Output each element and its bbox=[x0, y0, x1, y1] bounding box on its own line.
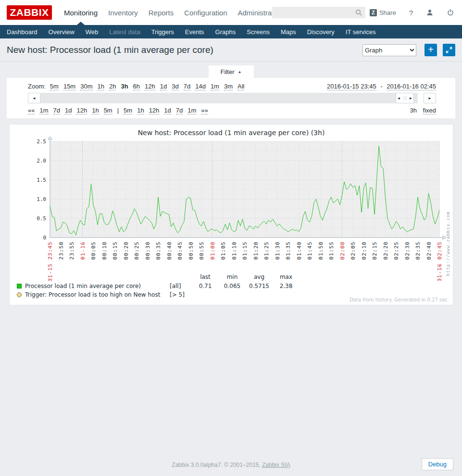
scroll-left-button[interactable]: ◄ bbox=[28, 93, 40, 103]
time-nav-link-step-back[interactable]: «« bbox=[28, 107, 35, 114]
zoom-link-14d[interactable]: 14d bbox=[195, 83, 206, 90]
subnav-item-discovery[interactable]: Discovery bbox=[307, 28, 335, 36]
scrollbar-track[interactable]: ◄ ► bbox=[40, 93, 418, 103]
legend-item-value bbox=[246, 290, 273, 299]
nav-item-monitoring[interactable]: Monitoring bbox=[64, 9, 98, 17]
subnav-item-graphs[interactable]: Graphs bbox=[215, 28, 236, 36]
search-input[interactable] bbox=[272, 7, 365, 18]
zoom-link-3m[interactable]: 3m bbox=[224, 83, 233, 90]
time-nav-link-1h[interactable]: 1h bbox=[137, 107, 144, 114]
time-nav-link-1h[interactable]: 1h bbox=[92, 107, 99, 114]
collapse-arrow-icon: ▲ bbox=[237, 70, 241, 74]
legend-item-scope: [> 5] bbox=[170, 290, 192, 299]
x-tick-label: 00:50 bbox=[188, 241, 194, 260]
legend-col-last: last bbox=[192, 274, 219, 282]
user-profile-icon[interactable] bbox=[426, 9, 434, 16]
filter-panel: Zoom: 5m15m30m1h2h3h6h12h1d3d7d14d1m3mAl… bbox=[7, 78, 455, 118]
subnav-item-dashboard[interactable]: Dashboard bbox=[7, 28, 37, 36]
fixed-toggle-link[interactable]: fixed bbox=[423, 107, 436, 114]
x-tick-label: 02:35 bbox=[415, 241, 421, 260]
zoom-link-3d[interactable]: 3d bbox=[172, 83, 178, 90]
x-tick-label: 02:40 bbox=[426, 241, 432, 260]
filter-tab[interactable]: Filter ▲ bbox=[209, 65, 254, 78]
x-tick-label: 01:10 bbox=[231, 241, 237, 260]
subnav-item-triggers[interactable]: Triggers bbox=[151, 28, 174, 36]
x-tick-label: 00:45 bbox=[177, 241, 183, 260]
time-nav-link-5m[interactable]: 5m bbox=[124, 107, 132, 114]
scroll-right-button[interactable]: ► bbox=[424, 93, 436, 103]
subnav-item-events[interactable]: Events bbox=[185, 28, 204, 36]
time-nav-link-1d[interactable]: 1d bbox=[164, 107, 171, 114]
view-select[interactable]: Graph bbox=[362, 44, 416, 56]
time-nav-link-12h[interactable]: 12h bbox=[76, 107, 87, 114]
add-graph-button[interactable]: + bbox=[425, 44, 437, 56]
legend-item-label: Processor load (1 min average per core) bbox=[17, 282, 170, 290]
zoom-link-5m[interactable]: 5m bbox=[50, 83, 59, 90]
share-link[interactable]: Z Share bbox=[370, 9, 396, 16]
legend-col-max: max bbox=[273, 274, 300, 282]
date-separator: - bbox=[380, 83, 382, 90]
debug-button[interactable]: Debug bbox=[422, 458, 453, 470]
help-icon[interactable]: ? bbox=[409, 9, 413, 17]
subnav-item-web[interactable]: Web bbox=[86, 28, 99, 36]
time-nav-link-step-forward[interactable]: »» bbox=[201, 107, 208, 114]
graph-canvas[interactable]: 00.51.01.52.02.501-15 23:4523:5023:5501-… bbox=[10, 137, 453, 281]
legend-item-value: 0.5715 bbox=[246, 282, 273, 290]
time-nav-link-12h[interactable]: 12h bbox=[149, 107, 160, 114]
logout-power-icon[interactable] bbox=[447, 9, 454, 16]
zoom-link-1d[interactable]: 1d bbox=[160, 83, 167, 90]
time-nav-link-7d[interactable]: 7d bbox=[53, 107, 60, 114]
zoom-row: Zoom: 5m15m30m1h2h3h6h12h1d3d7d14d1m3mAl… bbox=[28, 83, 436, 90]
time-nav-link-1m[interactable]: 1m bbox=[187, 107, 196, 114]
legend-item-label: Trigger: Processor load is too high on N… bbox=[17, 290, 170, 299]
x-tick-label: 23:55 bbox=[69, 241, 75, 260]
subnav-item-screens[interactable]: Screens bbox=[247, 28, 270, 36]
x-tick-label: 01:25 bbox=[263, 241, 270, 260]
legend-col-avg: avg bbox=[246, 274, 273, 282]
zoom-link-6h[interactable]: 6h bbox=[133, 83, 140, 90]
time-nav-link-1m[interactable]: 1m bbox=[39, 107, 48, 114]
date-range: 2016-01-15 23:45 - 2016-01-16 02:45 bbox=[327, 83, 436, 90]
scrollbar-handle[interactable]: ◄ ► bbox=[396, 93, 414, 103]
zoom-link-12h[interactable]: 12h bbox=[145, 83, 155, 90]
zoom-link-30m[interactable]: 30m bbox=[80, 83, 92, 90]
zoom-link-1m[interactable]: 1m bbox=[211, 83, 219, 90]
y-tick-label: 0 bbox=[43, 235, 46, 241]
time-nav-separator: | bbox=[117, 107, 119, 114]
top-icons: Z Share ? bbox=[370, 0, 454, 25]
time-nav-link-7d[interactable]: 7d bbox=[176, 107, 183, 114]
zoom-link-all[interactable]: All bbox=[237, 83, 244, 90]
time-nav-link-1d[interactable]: 1d bbox=[65, 107, 72, 114]
subnav-item-maps[interactable]: Maps bbox=[281, 28, 296, 36]
x-tick-label: 00:30 bbox=[145, 241, 151, 260]
nav-item-inventory[interactable]: Inventory bbox=[108, 9, 138, 17]
subnav-item-latest-data[interactable]: Latest data bbox=[109, 28, 140, 36]
graph-title: New host: Processor load (1 min average … bbox=[10, 125, 453, 137]
x-tick-label: 01:40 bbox=[296, 241, 302, 260]
legend-item-value: 0.71 bbox=[192, 282, 219, 290]
subnav-item-overview[interactable]: Overview bbox=[49, 28, 75, 36]
x-tick-label: 01:45 bbox=[307, 241, 313, 260]
nav-item-configuration[interactable]: Configuration bbox=[184, 9, 227, 17]
zoom-link-1h[interactable]: 1h bbox=[98, 83, 104, 90]
x-tick-label: 01:15 bbox=[242, 241, 248, 260]
nav-item-reports[interactable]: Reports bbox=[149, 9, 174, 17]
legend-item-value bbox=[219, 290, 246, 299]
y-tick-label: 2.5 bbox=[37, 138, 46, 145]
zoom-link-7d[interactable]: 7d bbox=[184, 83, 190, 90]
time-nav-link-5m[interactable]: 5m bbox=[104, 107, 112, 114]
zabbix-sia-link[interactable]: Zabbix SIA bbox=[262, 462, 290, 468]
x-tick-label: 02:10 bbox=[361, 241, 367, 260]
title-row: New host: Processor load (1 min average … bbox=[0, 38, 462, 62]
zabbix-logo[interactable]: ZABBIX bbox=[7, 5, 52, 20]
zoom-link-2h[interactable]: 2h bbox=[109, 83, 116, 90]
x-tick-label: 02:15 bbox=[372, 241, 378, 260]
time-nav-links: ««1m7d1d12h1h5m|5m1h12h1d7d1m»» bbox=[28, 107, 213, 114]
search-icon[interactable] bbox=[355, 9, 362, 16]
page-footer: Zabbix 3.0.0alpha7. © 2001–2015, Zabbix … bbox=[0, 454, 462, 476]
zoom-link-15m[interactable]: 15m bbox=[63, 83, 75, 90]
date-from-link[interactable]: 2016-01-15 23:45 bbox=[327, 83, 376, 90]
date-to-link[interactable]: 2016-01-16 02:45 bbox=[387, 83, 436, 90]
fullscreen-button[interactable] bbox=[443, 44, 455, 56]
subnav-item-it-services[interactable]: IT services bbox=[346, 28, 376, 36]
